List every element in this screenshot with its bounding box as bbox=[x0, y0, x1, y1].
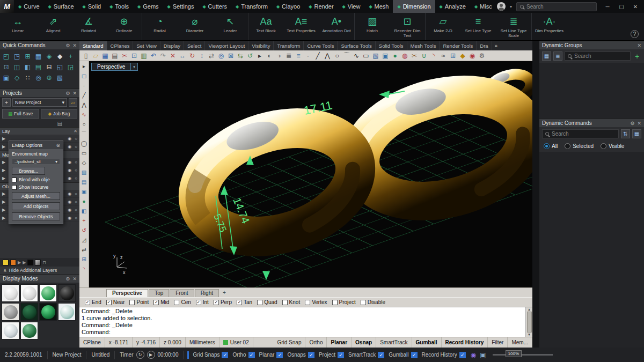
circle-icon[interactable]: ○ bbox=[332, 51, 342, 60]
rotate-tool-icon[interactable]: ↺ bbox=[80, 226, 88, 234]
ellipse-tool-icon[interactable]: ◯ bbox=[80, 139, 88, 147]
lock-icon[interactable]: ○ bbox=[75, 168, 77, 173]
sphere-icon[interactable]: ● bbox=[390, 51, 400, 60]
expand-icon[interactable]: ▶ bbox=[2, 136, 5, 141]
copy-icon[interactable]: ⊡ bbox=[129, 51, 139, 60]
close-icon[interactable]: ✕ bbox=[637, 121, 641, 126]
make-2d-button[interactable]: ▱ Make 2-D bbox=[425, 13, 460, 40]
set-line-type-button[interactable]: ≡ Set Line Type bbox=[460, 13, 496, 40]
menu-dimension[interactable]: ◆ Dimension bbox=[393, 0, 435, 13]
lock-icon[interactable]: ○ bbox=[75, 200, 77, 204]
tab-draft[interactable]: Dra bbox=[477, 41, 492, 50]
menu-tools[interactable]: ◆ Tools bbox=[105, 0, 133, 13]
expand-icon[interactable]: ▶ bbox=[2, 191, 5, 196]
display-mode-wireframe[interactable] bbox=[2, 284, 19, 302]
display-mode-artistic[interactable] bbox=[2, 303, 19, 321]
menu-analyze[interactable]: ◆ Analyze bbox=[435, 0, 470, 13]
quick-command-icon[interactable]: ▧ bbox=[55, 72, 65, 83]
leader-button[interactable]: ↖ Leader bbox=[213, 13, 248, 40]
zoom-extents-icon[interactable]: ⊠ bbox=[226, 51, 236, 60]
quick-command-icon[interactable]: ◆ bbox=[55, 51, 65, 61]
osnap-disable[interactable]: ✓ Disable bbox=[361, 299, 385, 305]
expand-icon[interactable]: ▶ bbox=[2, 208, 5, 212]
viewport-menu-caret-icon[interactable]: ▾ bbox=[131, 63, 138, 71]
zoom-icon[interactable]: ◎ bbox=[216, 51, 226, 60]
settings-gear-icon[interactable]: ⚙ bbox=[477, 51, 487, 60]
annotation-dot-button[interactable]: A• Annotation Dot bbox=[319, 13, 354, 40]
visibility-icon[interactable]: ◉ bbox=[68, 160, 71, 165]
rectangle-icon[interactable]: ▭ bbox=[361, 51, 371, 60]
osnap-perp[interactable]: ✓ Perp bbox=[214, 299, 232, 305]
paste-icon[interactable]: ▥ bbox=[139, 51, 149, 60]
color-swatch[interactable] bbox=[3, 260, 9, 265]
viewport-canvas[interactable]: 17.11 14.74 5.75 bbox=[89, 61, 532, 287]
radio-visible[interactable]: Visible bbox=[601, 143, 624, 149]
display-icon[interactable]: ▣ bbox=[480, 351, 486, 359]
job-bag-button[interactable]: ◆ Job Bag bbox=[41, 109, 78, 119]
toggle-grid-snaps[interactable]: Grid Snaps ✓ bbox=[193, 352, 228, 358]
display-mode-shaded-white[interactable] bbox=[20, 284, 38, 302]
menu-render[interactable]: ◆ Render bbox=[304, 0, 338, 13]
tab-standard[interactable]: Standard bbox=[79, 41, 107, 50]
status-units[interactable]: Millimeters bbox=[186, 337, 219, 348]
grid-view-icon[interactable]: ▦ bbox=[632, 129, 641, 138]
visibility-icon[interactable]: ◉ bbox=[68, 200, 71, 204]
material-icon[interactable]: ◆ bbox=[458, 51, 467, 60]
radio-all[interactable]: All bbox=[544, 143, 558, 149]
visibility-icon[interactable]: ◉ bbox=[68, 176, 71, 181]
viewport-tab-perspective[interactable]: Perspective bbox=[106, 289, 148, 297]
arc-tool-icon[interactable]: ⌒ bbox=[80, 130, 88, 137]
menu-transform[interactable]: ◆ Transform bbox=[231, 0, 272, 13]
timer-reset-button[interactable]: ↻ bbox=[136, 351, 144, 359]
blend-with-object-checkbox[interactable]: Blend with obje bbox=[12, 177, 60, 182]
curve-tool-icon[interactable]: ∿ bbox=[80, 110, 88, 118]
color-swatch[interactable] bbox=[27, 260, 33, 265]
quick-command-icon[interactable]: ∷ bbox=[23, 72, 33, 83]
visibility-icon[interactable]: ◉ bbox=[68, 216, 71, 220]
status-user[interactable]: User 02 bbox=[219, 337, 253, 348]
text-block-button[interactable]: Aa Text Block bbox=[248, 13, 283, 40]
sphere-tool-icon[interactable]: ● bbox=[80, 197, 88, 205]
osnap-cen[interactable]: ✓ Cen bbox=[174, 299, 191, 305]
ordinate-dimension-button[interactable]: ⊕ Ordinate bbox=[106, 13, 142, 40]
sort-icon[interactable]: ⇅ bbox=[621, 129, 630, 138]
zoom-value[interactable]: 100% bbox=[506, 350, 522, 357]
global-search[interactable] bbox=[516, 2, 597, 11]
adjust-mesh-button[interactable]: Adjust Mesh... bbox=[12, 192, 60, 200]
array-tool-icon[interactable]: ⊞ bbox=[80, 255, 88, 263]
user-avatar[interactable] bbox=[497, 2, 506, 11]
hatch-button[interactable]: ▨ Hatch bbox=[354, 13, 390, 40]
grid-view-icon[interactable]: ▦ bbox=[542, 51, 551, 61]
line-tool-icon[interactable]: ╱ bbox=[80, 91, 88, 99]
gear-icon[interactable]: ⚙ bbox=[65, 276, 70, 282]
circle-tool-icon[interactable]: ○ bbox=[80, 120, 88, 128]
toggle-record-history[interactable]: Record History ✓ bbox=[422, 352, 466, 358]
open-project-folder-icon[interactable]: ▱ bbox=[69, 98, 77, 107]
radial-dimension-button[interactable]: ◔ Radial bbox=[142, 13, 177, 40]
hide-icon[interactable]: ◐ bbox=[265, 51, 274, 60]
expand-icon[interactable]: ▶ bbox=[2, 176, 5, 181]
close-button[interactable]: ✕ bbox=[629, 2, 642, 11]
render-icon[interactable]: ◉ bbox=[467, 51, 477, 60]
command-prompt[interactable]: Command: bbox=[82, 329, 530, 336]
osnap-tan[interactable]: ✓ Tan bbox=[237, 299, 252, 305]
line-icon[interactable]: ╱ bbox=[313, 51, 323, 60]
delete-icon[interactable]: ✕ bbox=[168, 51, 178, 60]
close-icon[interactable]: ✕ bbox=[637, 43, 641, 48]
properties-icon[interactable]: ≡ bbox=[294, 51, 303, 60]
box-tool-icon[interactable]: ▣ bbox=[80, 188, 88, 195]
save-icon[interactable]: ▦ bbox=[100, 51, 110, 60]
box-icon[interactable]: ▣ bbox=[380, 51, 390, 60]
lock-icon[interactable]: ○ bbox=[75, 191, 77, 196]
scale-tool-icon[interactable]: ◿ bbox=[80, 236, 88, 243]
toggle-project[interactable]: Project ✓ bbox=[319, 352, 344, 358]
notification-icon[interactable]: ◉ bbox=[471, 351, 476, 359]
tab-surface-tools[interactable]: Surface Tools bbox=[338, 41, 375, 50]
display-mode-raytraced-green[interactable] bbox=[20, 322, 38, 339]
minimize-button[interactable]: ─ bbox=[601, 2, 614, 11]
project-select[interactable]: New Project▾ bbox=[12, 98, 67, 107]
viewport-tab-front[interactable]: Front bbox=[170, 289, 194, 297]
surface-tool-icon[interactable]: ▧ bbox=[80, 168, 88, 176]
file-name[interactable]: Untitled bbox=[86, 351, 115, 359]
toggle-ortho[interactable]: Ortho ✓ bbox=[232, 352, 254, 358]
